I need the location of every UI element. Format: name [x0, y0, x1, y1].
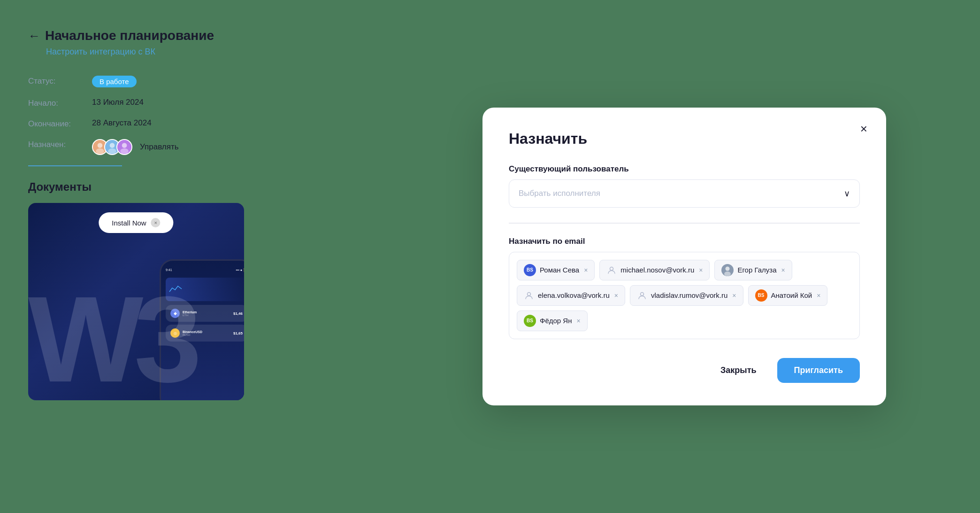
tag-avatar-fedor: BS	[524, 315, 536, 327]
svg-point-12	[528, 292, 531, 295]
tag-avatar-egor	[721, 264, 734, 276]
svg-point-13	[641, 292, 644, 295]
assign-modal: Назначить × Существующий пользователь Вы…	[482, 108, 886, 405]
user-icon-vladislav	[637, 290, 647, 301]
modal-close-button[interactable]: ×	[860, 123, 867, 135]
tag-email-michael: michael.nosov@vork.ru	[620, 266, 694, 274]
modal-title: Назначить	[509, 130, 860, 148]
user-icon-elena	[524, 290, 534, 301]
close-button[interactable]: Закрыть	[709, 359, 768, 382]
tag-remove-egor[interactable]: ×	[781, 266, 785, 274]
tag-name-anatoliy: Анатоий Кой	[771, 291, 812, 299]
tag-elena: elena.volkova@vork.ru ×	[517, 285, 625, 306]
tag-vladislav: vladislav.rumov@vork.ru ×	[630, 285, 743, 306]
select-placeholder: Выбрать исполнителя	[519, 189, 600, 198]
chevron-down-icon: ∨	[844, 188, 850, 199]
email-tags-container[interactable]: BS Роман Сева × michael.nosov@vork.ru × …	[509, 252, 860, 339]
tag-remove-vladislav[interactable]: ×	[732, 292, 736, 299]
tag-avatar-roman: BS	[524, 264, 536, 276]
tag-email-vladislav: vladislav.rumov@vork.ru	[651, 291, 727, 299]
tag-remove-roman[interactable]: ×	[584, 266, 588, 274]
modal-overlay: Назначить × Существующий пользователь Вы…	[0, 0, 980, 513]
user-select-dropdown[interactable]: Выбрать исполнителя ∨	[509, 179, 860, 208]
divider	[509, 223, 860, 224]
svg-point-10	[726, 266, 730, 271]
tag-email-elena: elena.volkova@vork.ru	[538, 291, 610, 299]
user-icon-michael	[606, 265, 617, 275]
existing-user-label: Существующий пользователь	[509, 164, 860, 174]
tag-remove-michael[interactable]: ×	[699, 266, 703, 274]
assign-email-label: Назначить по email	[509, 237, 860, 246]
svg-point-9	[610, 267, 613, 270]
modal-footer: Закрыть Пригласить	[509, 358, 860, 383]
tag-anatoliy: BS Анатоий Кой ×	[748, 285, 828, 306]
tag-name-roman: Роман Сева	[540, 266, 579, 274]
tag-roman: BS Роман Сева ×	[517, 260, 595, 280]
tag-remove-elena[interactable]: ×	[614, 292, 618, 299]
tag-egor: Егор Галуза ×	[714, 260, 792, 280]
tag-name-egor: Егор Галуза	[737, 266, 776, 274]
invite-button[interactable]: Пригласить	[777, 358, 860, 383]
svg-point-11	[724, 272, 731, 276]
tag-name-fedor: Фёдор Ян	[540, 317, 572, 325]
tag-remove-fedor[interactable]: ×	[576, 317, 580, 325]
tag-avatar-anatoliy: BS	[755, 289, 767, 302]
tag-michael: michael.nosov@vork.ru ×	[599, 260, 710, 280]
tag-remove-anatoliy[interactable]: ×	[817, 292, 820, 299]
tag-fedor: BS Фёдор Ян ×	[517, 311, 588, 331]
